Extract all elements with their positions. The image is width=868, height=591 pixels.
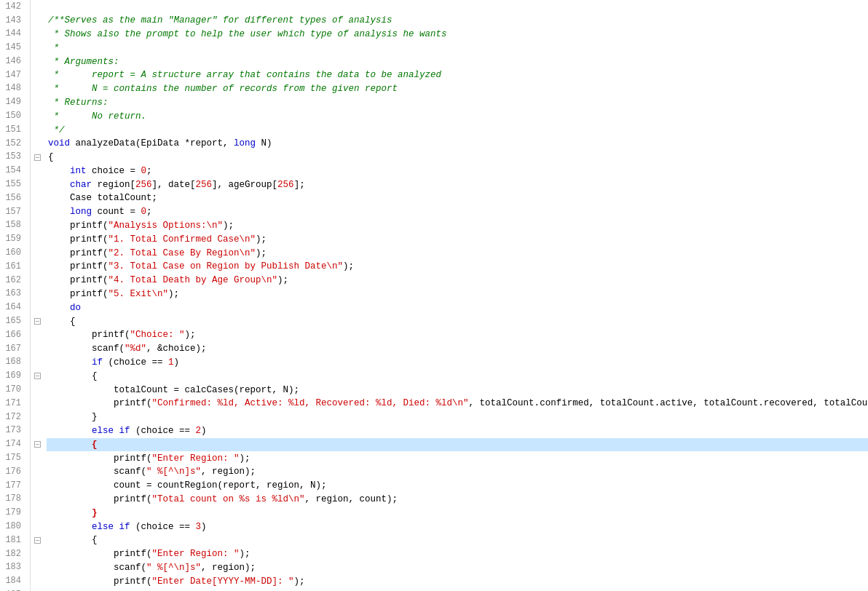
fold-marker[interactable] [31, 151, 44, 164]
line-number: 174 [3, 438, 24, 452]
fold-marker [31, 356, 44, 370]
token-plain: ) [174, 356, 180, 369]
code-line: } [47, 506, 868, 520]
token-plain: printf( [48, 233, 108, 246]
fold-marker[interactable] [31, 438, 44, 452]
line-number: 181 [3, 534, 24, 547]
token-plain: scanf( [48, 342, 125, 355]
line-number: 142 [3, 0, 24, 14]
code-line: * report = A structure array that contai… [47, 68, 868, 82]
token-plain: count = [92, 205, 141, 218]
line-number: 160 [3, 246, 24, 260]
line-number: 177 [3, 479, 24, 493]
token-plain: totalCount = calcCases(report, N); [48, 384, 299, 397]
code-line [47, 0, 868, 14]
token-keyword: long [234, 137, 256, 150]
token-plain [48, 178, 70, 191]
token-plain: , totalCount.confirmed, totalCount.activ… [469, 397, 868, 410]
fold-marker [31, 164, 44, 178]
code-editor: 1421431441451461471481491501511521531541… [0, 0, 868, 591]
fold-marker[interactable] [31, 370, 44, 384]
fold-marker [31, 191, 44, 205]
token-plain: printf( [48, 397, 152, 410]
line-number: 169 [3, 370, 24, 384]
code-line: * Arguments: [47, 55, 868, 68]
code-line: scanf(" %[^\n]s", region); [47, 465, 868, 479]
fold-marker [31, 328, 44, 342]
token-plain: scanf( [48, 561, 146, 574]
token-brace-red: } [48, 507, 98, 520]
fold-marker [31, 342, 44, 356]
line-number: 168 [3, 356, 24, 370]
token-string: "Confirmed: %ld, Active: %ld, Recovered:… [152, 397, 469, 410]
line-number: 145 [3, 41, 24, 55]
line-number: 156 [3, 191, 24, 205]
token-plain: region[ [92, 178, 135, 191]
token-plain: ]; [294, 178, 305, 191]
token-plain [48, 520, 92, 534]
code-line: /**Serves as the main "Manager" for diff… [47, 14, 868, 28]
line-number: 143 [3, 14, 24, 28]
token-plain [48, 0, 54, 13]
token-keyword: if [92, 356, 103, 369]
token-string: "1. Total Confirmed Case\n" [108, 233, 256, 246]
token-plain: ); [168, 287, 179, 301]
fold-marker [31, 451, 44, 465]
token-plain: printf( [48, 274, 108, 287]
fold-marker [31, 219, 44, 233]
token-plain: ); [277, 274, 288, 287]
token-plain: ) [201, 424, 207, 437]
token-comment: * No return. [48, 110, 146, 123]
fold-marker [31, 287, 44, 301]
token-comment: * report = A structure array that contai… [48, 68, 441, 82]
token-plain: ); [256, 247, 267, 260]
token-plain: , date); [201, 589, 245, 591]
code-line: totalCount = calcCases(report, N); [47, 383, 868, 397]
token-number: 1 [168, 356, 174, 369]
fold-marker[interactable] [31, 534, 44, 547]
token-plain: (choice == [103, 356, 168, 369]
fold-marker [31, 28, 44, 41]
line-number: 146 [3, 55, 24, 68]
token-keyword: else if [92, 424, 130, 437]
token-plain: , region, count); [305, 493, 398, 506]
code-area[interactable]: /**Serves as the main "Manager" for diff… [44, 0, 868, 591]
fold-marker [31, 260, 44, 274]
token-brace-red: { [48, 438, 98, 451]
code-line: printf("1. Total Confirmed Case\n"); [47, 233, 868, 247]
token-plain: ], date[ [152, 178, 196, 191]
token-plain: scanf( [48, 465, 146, 478]
code-line: * No return. [47, 109, 868, 123]
line-number: 183 [3, 561, 24, 575]
line-number: 152 [3, 137, 24, 151]
token-plain: ], ageGroup[ [212, 178, 277, 191]
line-number: 147 [3, 68, 24, 82]
code-line: printf("Total count on %s is %ld\n", reg… [47, 493, 868, 507]
line-number: 151 [3, 123, 24, 137]
fold-marker [31, 96, 44, 110]
token-keyword: long [70, 205, 92, 218]
fold-marker[interactable] [31, 314, 44, 328]
token-plain: ; [146, 205, 152, 218]
token-comment: * Returns: [48, 96, 108, 109]
code-line: * Shows also the prompt to help the user… [47, 28, 868, 41]
token-plain: ); [240, 452, 250, 465]
line-number: 166 [3, 328, 24, 342]
token-plain: (choice == [130, 520, 196, 534]
code-line: printf("Enter Region: "); [47, 547, 868, 561]
token-plain: } [48, 410, 98, 424]
token-number: 0 [141, 205, 147, 218]
code-line: */ [47, 123, 868, 137]
fold-marker [31, 397, 44, 410]
fold-marker [31, 123, 44, 137]
token-plain: printf( [48, 452, 152, 465]
line-number: 163 [3, 287, 24, 301]
fold-marker [31, 479, 44, 493]
token-plain [48, 301, 70, 314]
token-keyword: int [70, 164, 87, 178]
token-plain [48, 424, 92, 437]
fold-marker [31, 383, 44, 397]
token-string: "Enter Region: " [152, 547, 240, 560]
fold-marker [31, 561, 44, 575]
code-line: printf("4. Total Death by Age Group\n"); [47, 274, 868, 287]
